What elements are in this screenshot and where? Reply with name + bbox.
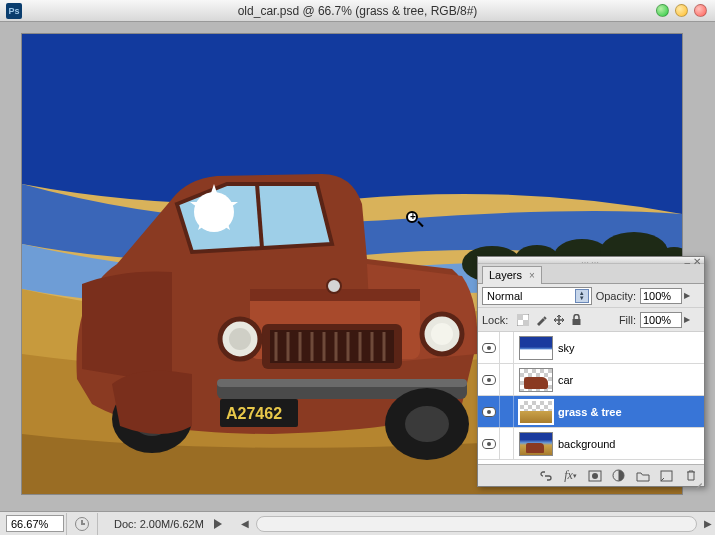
- opacity-label: Opacity:: [596, 290, 636, 302]
- fill-label: Fill:: [619, 314, 636, 326]
- layer-name[interactable]: sky: [558, 342, 575, 354]
- link-layers-icon[interactable]: [539, 468, 554, 483]
- status-bar: Doc: 2.00M/6.62M ◀ ▶: [0, 511, 715, 535]
- layer-row[interactable]: grass & tree: [478, 396, 704, 428]
- svg-point-37: [327, 279, 341, 293]
- fill-field[interactable]: 100%: [640, 312, 682, 328]
- svg-rect-39: [517, 314, 523, 320]
- layer-thumbnail[interactable]: [519, 432, 553, 456]
- panel-drag-grip[interactable]: ⋯⋯ – ✕: [478, 257, 704, 264]
- layer-visibility-toggle[interactable]: [478, 332, 500, 363]
- svg-rect-40: [523, 320, 529, 326]
- layer-thumbnail[interactable]: [519, 336, 553, 360]
- lock-icons-group: [516, 313, 583, 326]
- layer-name[interactable]: grass & tree: [558, 406, 622, 418]
- svg-rect-29: [217, 379, 467, 387]
- status-clock-icon[interactable]: [75, 517, 89, 531]
- layers-panel[interactable]: ⋯⋯ – ✕ Layers × Normal ▲▼ Opacity: 100% …: [477, 256, 705, 487]
- blend-opacity-row: Normal ▲▼ Opacity: 100% ▶: [478, 284, 704, 308]
- layer-name[interactable]: background: [558, 438, 616, 450]
- layer-link-col[interactable]: [500, 396, 514, 427]
- adjustment-layer-icon[interactable]: [611, 468, 626, 483]
- eye-icon: [482, 407, 496, 417]
- document-size-info: Doc: 2.00M/6.62M: [114, 518, 204, 530]
- layer-style-icon[interactable]: fx▾: [563, 468, 578, 483]
- panel-resize-grip[interactable]: [691, 473, 703, 485]
- layer-visibility-toggle[interactable]: [478, 364, 500, 395]
- layer-visibility-toggle[interactable]: [478, 428, 500, 459]
- chevron-updown-icon: ▲▼: [575, 289, 589, 303]
- layers-panel-footer: fx▾: [478, 464, 704, 486]
- panel-close-icon[interactable]: ✕: [693, 256, 701, 267]
- new-layer-icon[interactable]: [659, 468, 674, 483]
- layer-row[interactable]: car: [478, 364, 704, 396]
- chevron-right-icon[interactable]: ▶: [684, 315, 690, 324]
- layer-link-col[interactable]: [500, 332, 514, 363]
- tab-close-icon[interactable]: ×: [529, 270, 535, 281]
- lock-pixels-icon[interactable]: [534, 313, 547, 326]
- window-titlebar: Ps old_car.psd @ 66.7% (grass & tree, RG…: [0, 0, 715, 22]
- app-icon: Ps: [6, 3, 22, 19]
- layer-thumbnail[interactable]: [519, 368, 553, 392]
- lock-transparency-icon[interactable]: [516, 313, 529, 326]
- tab-label: Layers: [489, 269, 522, 281]
- layer-visibility-toggle[interactable]: [478, 396, 500, 427]
- layer-mask-icon[interactable]: [587, 468, 602, 483]
- fill-value: 100%: [643, 314, 671, 326]
- new-group-icon[interactable]: [635, 468, 650, 483]
- layer-name[interactable]: car: [558, 374, 573, 386]
- svg-point-27: [431, 323, 453, 345]
- status-info-menu[interactable]: [212, 518, 224, 530]
- eye-icon: [482, 439, 496, 449]
- svg-point-43: [592, 473, 598, 479]
- lock-fill-row: Lock: Fill: 100% ▶: [478, 308, 704, 332]
- layer-thumbnail[interactable]: [519, 400, 553, 424]
- lock-label: Lock:: [482, 314, 508, 326]
- window-controls: [656, 4, 707, 17]
- eye-icon: [482, 343, 496, 353]
- opacity-value: 100%: [643, 290, 671, 302]
- tab-layers[interactable]: Layers ×: [482, 266, 542, 284]
- layer-list: sky car grass & tree background: [478, 332, 704, 464]
- panel-minimize-icon[interactable]: –: [684, 257, 690, 268]
- eye-icon: [482, 375, 496, 385]
- layer-row[interactable]: background: [478, 428, 704, 460]
- panel-tabs: Layers ×: [478, 264, 704, 284]
- lock-all-icon[interactable]: [570, 313, 583, 326]
- blend-mode-value: Normal: [487, 290, 522, 302]
- svg-rect-41: [573, 319, 581, 325]
- opacity-field[interactable]: 100%: [640, 288, 682, 304]
- scroll-right-icon[interactable]: ▶: [701, 517, 715, 531]
- svg-point-25: [229, 328, 251, 350]
- zoom-level-field[interactable]: [6, 515, 64, 532]
- zoom-traffic-light[interactable]: [656, 4, 669, 17]
- window-title: old_car.psd @ 66.7% (grass & tree, RGB/8…: [0, 4, 715, 18]
- svg-text:A27462: A27462: [226, 405, 282, 422]
- horizontal-scrollbar[interactable]: [256, 516, 697, 532]
- lock-position-icon[interactable]: [552, 313, 565, 326]
- minimize-traffic-light[interactable]: [675, 4, 688, 17]
- layer-link-col[interactable]: [500, 428, 514, 459]
- scroll-left-icon[interactable]: ◀: [238, 517, 252, 531]
- layer-link-col[interactable]: [500, 364, 514, 395]
- close-traffic-light[interactable]: [694, 4, 707, 17]
- svg-point-35: [405, 406, 449, 442]
- chevron-right-icon[interactable]: ▶: [684, 291, 690, 300]
- blend-mode-select[interactable]: Normal ▲▼: [482, 287, 592, 305]
- canvas-area[interactable]: A27462 ⋯⋯ – ✕ Layers ×: [0, 22, 715, 511]
- layer-row[interactable]: sky: [478, 332, 704, 364]
